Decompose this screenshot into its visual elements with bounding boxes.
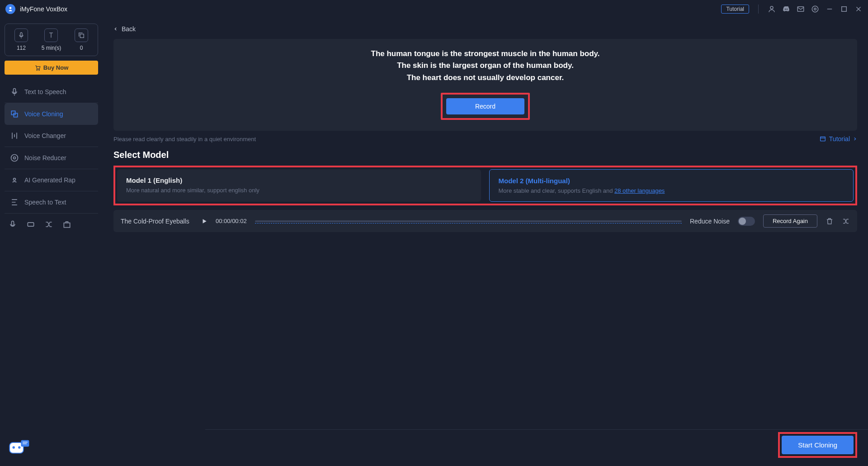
sidebar: 112 5 min(s) 0 Buy Now Text to Speech Vo…: [0, 18, 103, 466]
stt-icon: [10, 198, 19, 207]
play-icon[interactable]: [201, 218, 208, 224]
tutorial-icon: [819, 135, 826, 143]
loop-tool-icon[interactable]: [26, 220, 35, 229]
tool-row: [5, 214, 98, 235]
credit-chars: 112: [14, 29, 28, 51]
start-highlight: Start Cloning: [778, 432, 857, 458]
nav-text-to-speech[interactable]: Text to Speech: [5, 81, 98, 103]
svg-rect-27: [21, 440, 29, 447]
credit-clone: 0: [75, 29, 88, 51]
settings-icon[interactable]: [811, 5, 819, 13]
languages-link[interactable]: 28 other languages: [614, 187, 665, 194]
record-button[interactable]: Record: [446, 98, 524, 114]
clone-icon: [10, 109, 19, 119]
buy-now-label: Buy Now: [43, 64, 69, 71]
app-logo-icon: [5, 4, 15, 14]
nav-voice-changer[interactable]: Voice Changer: [5, 125, 98, 147]
svg-rect-6: [842, 7, 847, 12]
hint-row: Please read clearly and steadily in a qu…: [113, 131, 857, 150]
nav-label: Voice Cloning: [24, 110, 63, 118]
svg-point-11: [37, 69, 38, 70]
briefcase-tool-icon[interactable]: [62, 220, 71, 229]
svg-point-26: [18, 446, 20, 448]
tutorial-label: Tutorial: [829, 135, 850, 143]
svg-rect-13: [14, 89, 16, 93]
mail-icon[interactable]: [797, 5, 805, 13]
svg-rect-22: [820, 137, 825, 141]
back-label: Back: [122, 25, 136, 33]
titlebar-right: Tutorial: [721, 5, 863, 14]
minimize-icon[interactable]: [826, 5, 834, 13]
record-tool-icon[interactable]: [8, 220, 17, 229]
model-2-card[interactable]: Model 2 (Multi-lingual) More stable and …: [489, 169, 854, 202]
nav-label: Text to Speech: [24, 88, 66, 95]
shuffle-icon[interactable]: [842, 217, 850, 225]
text-icon: [47, 32, 55, 39]
model-title: Model 2 (Multi-lingual): [499, 177, 844, 185]
progress-bar[interactable]: [255, 220, 682, 222]
track-name: The Cold-Proof Eyeballs: [121, 218, 193, 225]
footer-divider: [205, 429, 868, 430]
nav-label: Noise Reducer: [24, 154, 66, 162]
model-1-card[interactable]: Model 1 (English) More natural and more …: [117, 169, 481, 202]
time-display: 00:00/00:02: [216, 218, 247, 224]
credit-value: 112: [17, 45, 26, 51]
podcast-icon: [10, 176, 19, 185]
close-icon[interactable]: [854, 5, 863, 13]
mic-icon: [10, 87, 19, 96]
divider: [758, 5, 759, 14]
model-desc: More stable and clear, supports English …: [499, 187, 844, 194]
svg-point-1: [770, 6, 773, 9]
credit-value: 0: [80, 45, 83, 51]
record-highlight: Record: [441, 93, 530, 120]
nav-label: Speech to Text: [24, 199, 66, 206]
svg-point-3: [814, 8, 816, 10]
titlebar-left: iMyFone VoxBox: [5, 4, 67, 14]
tutorial-link[interactable]: Tutorial: [819, 135, 857, 143]
model-title: Model 1 (English): [126, 176, 472, 184]
prompt-line: The human tongue is the strongest muscle…: [123, 48, 848, 60]
player-row: The Cold-Proof Eyeballs 00:00/00:02 Redu…: [113, 210, 857, 232]
nav-label: Voice Changer: [24, 132, 66, 139]
svg-point-18: [14, 178, 16, 181]
svg-rect-10: [80, 34, 84, 38]
back-button[interactable]: Back: [113, 18, 857, 39]
tutorial-badge[interactable]: Tutorial: [721, 5, 749, 14]
hint-text: Please read clearly and steadily in a qu…: [113, 136, 256, 143]
prompt-panel: The human tongue is the strongest muscle…: [113, 39, 857, 131]
nav-label: AI Generated Rap: [24, 176, 75, 184]
credits-box: 112 5 min(s) 0: [5, 24, 98, 56]
equalizer-icon: [10, 131, 19, 140]
model-desc-prefix: More stable and clear, supports English …: [499, 187, 615, 194]
noise-icon: [10, 153, 19, 162]
svg-point-12: [38, 69, 39, 70]
reduce-noise-toggle[interactable]: [738, 217, 755, 226]
chevron-right-icon: [853, 137, 857, 141]
nav-speech-to-text[interactable]: Speech to Text: [5, 191, 98, 214]
user-icon[interactable]: [768, 5, 776, 13]
chevron-left-icon: [113, 27, 118, 31]
footer-bar: Start Cloning: [778, 432, 857, 458]
nav-ai-rap[interactable]: AI Generated Rap: [5, 169, 98, 191]
discord-icon[interactable]: [782, 5, 790, 13]
svg-rect-9: [20, 33, 22, 36]
maximize-icon[interactable]: [840, 5, 848, 13]
nav-noise-reducer[interactable]: Noise Reducer: [5, 147, 98, 169]
svg-point-0: [9, 7, 12, 9]
model-desc: More natural and more similar, support e…: [126, 187, 472, 194]
credit-time: 5 min(s): [42, 29, 61, 51]
nav-voice-cloning[interactable]: Voice Cloning: [5, 103, 98, 125]
titlebar: iMyFone VoxBox Tutorial: [0, 0, 868, 18]
buy-now-button[interactable]: Buy Now: [5, 61, 98, 75]
delete-icon[interactable]: [826, 217, 834, 225]
record-again-button[interactable]: Record Again: [763, 214, 817, 228]
credit-value: 5 min(s): [42, 45, 61, 51]
cart-icon: [34, 65, 41, 71]
app-title: iMyFone VoxBox: [20, 5, 67, 13]
chatbot-icon[interactable]: [6, 435, 31, 460]
shuffle-tool-icon[interactable]: [44, 220, 53, 229]
mic-icon: [18, 32, 25, 39]
prompt-line: The skin is the largest organ of the hum…: [123, 60, 848, 71]
start-cloning-button[interactable]: Start Cloning: [782, 436, 854, 454]
prompt-text: The human tongue is the strongest muscle…: [123, 48, 848, 84]
